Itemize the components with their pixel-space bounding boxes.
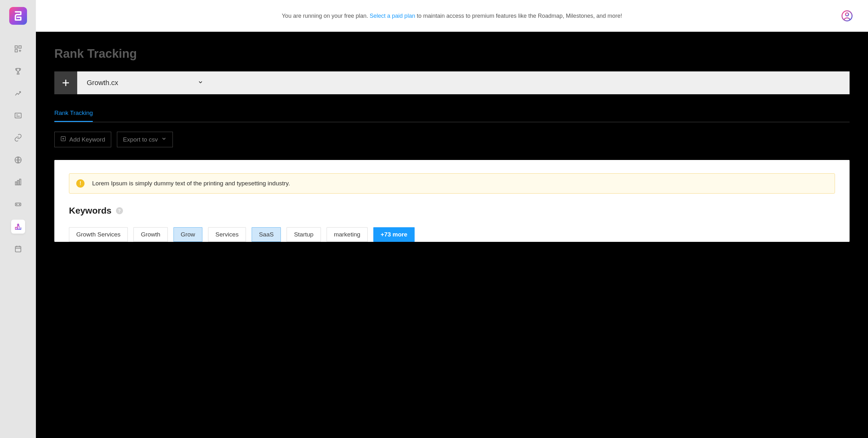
svg-rect-0 bbox=[15, 46, 18, 48]
project-name: Growth.cx bbox=[87, 79, 118, 87]
chevron-down-icon bbox=[197, 79, 203, 87]
svg-rect-10 bbox=[17, 180, 19, 185]
project-select: Growth.cx bbox=[77, 71, 849, 94]
warning-icon: ! bbox=[76, 179, 85, 188]
keyword-chip[interactable]: SaaS bbox=[252, 227, 281, 242]
svg-point-14 bbox=[19, 204, 20, 205]
sidebar bbox=[0, 0, 36, 438]
svg-rect-5 bbox=[15, 113, 21, 118]
nav-content[interactable] bbox=[11, 108, 25, 123]
svg-point-13 bbox=[16, 204, 17, 205]
chevron-down-icon bbox=[161, 136, 167, 143]
project-selector-row: Growth.cx bbox=[54, 71, 849, 94]
topbar: You are running on your free plan. Selec… bbox=[36, 0, 868, 32]
keyword-chip[interactable]: Services bbox=[208, 227, 246, 242]
tab-rank-tracking[interactable]: Rank Tracking bbox=[54, 109, 93, 122]
nav-api[interactable] bbox=[11, 197, 25, 211]
nav-analytics[interactable] bbox=[11, 86, 25, 100]
svg-rect-9 bbox=[15, 182, 17, 185]
svg-rect-1 bbox=[19, 46, 21, 48]
keywords-heading: Keywords bbox=[69, 206, 112, 216]
keyword-chip[interactable]: Growth Services bbox=[69, 227, 128, 242]
select-plan-link[interactable]: Select a paid plan bbox=[370, 13, 415, 19]
keyword-chip[interactable]: Growth bbox=[133, 227, 167, 242]
svg-rect-15 bbox=[15, 246, 21, 252]
add-keyword-label: Add Keyword bbox=[69, 136, 105, 143]
alert-text: Lorem Ipsum is simply dummy text of the … bbox=[92, 180, 290, 187]
app-logo[interactable] bbox=[9, 7, 27, 25]
keyword-chip[interactable]: marketing bbox=[327, 227, 368, 242]
nav-web[interactable] bbox=[11, 153, 25, 167]
page-title: Rank Tracking bbox=[54, 47, 849, 61]
nav-calendar[interactable] bbox=[11, 242, 25, 256]
content-area: Rank Tracking Growth.cx Rank Tracking bbox=[36, 32, 868, 438]
keyword-more-chip[interactable]: +73 more bbox=[373, 227, 414, 242]
plan-banner: You are running on your free plan. Selec… bbox=[47, 13, 857, 20]
svg-rect-11 bbox=[20, 179, 21, 185]
keywords-card: ! Lorem Ipsum is simply dummy text of th… bbox=[54, 160, 849, 242]
tabs: Rank Tracking bbox=[54, 109, 849, 122]
keyword-chip[interactable]: Startup bbox=[286, 227, 320, 242]
toolbar: Add Keyword Export to csv bbox=[54, 132, 849, 147]
nav-achievements[interactable] bbox=[11, 64, 25, 78]
export-csv-button[interactable]: Export to csv bbox=[117, 132, 173, 147]
nav-dashboard[interactable] bbox=[11, 42, 25, 56]
keywords-heading-row: Keywords ? bbox=[69, 206, 835, 216]
export-label: Export to csv bbox=[123, 136, 158, 143]
svg-rect-2 bbox=[15, 49, 18, 52]
keyword-chips: Growth Services Growth Grow Services Saa… bbox=[69, 227, 835, 242]
keyword-chip[interactable]: Grow bbox=[174, 227, 203, 242]
plus-square-icon bbox=[60, 136, 66, 143]
nav-rank-tracking[interactable] bbox=[11, 220, 25, 234]
profile-button[interactable] bbox=[841, 9, 854, 22]
nav-links[interactable] bbox=[11, 131, 25, 145]
add-keyword-button[interactable]: Add Keyword bbox=[54, 132, 111, 147]
banner-suffix: to maintain access to premium features l… bbox=[415, 13, 622, 19]
nav-performance[interactable] bbox=[11, 175, 25, 189]
nav-list bbox=[11, 42, 25, 256]
help-icon[interactable]: ? bbox=[116, 207, 123, 214]
banner-prefix: You are running on your free plan. bbox=[282, 13, 370, 19]
add-project-button[interactable] bbox=[54, 71, 77, 94]
info-alert: ! Lorem Ipsum is simply dummy text of th… bbox=[69, 173, 835, 194]
main: You are running on your free plan. Selec… bbox=[36, 0, 868, 438]
project-select-trigger[interactable]: Growth.cx bbox=[77, 79, 213, 87]
svg-point-20 bbox=[845, 13, 848, 16]
